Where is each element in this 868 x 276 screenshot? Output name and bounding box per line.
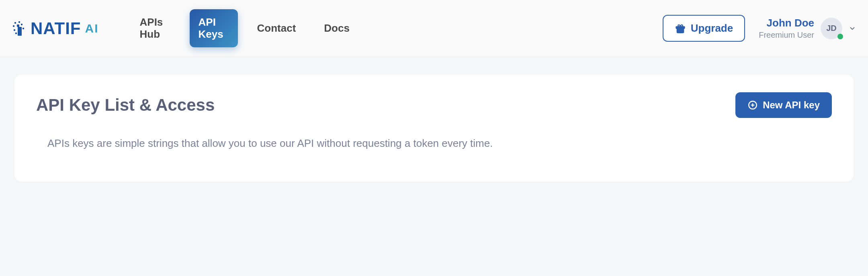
- logo-mark-icon: [12, 20, 28, 37]
- nav-label: Docs: [324, 22, 350, 34]
- svg-rect-2: [680, 26, 681, 32]
- app-header: NATIF AI APIs Hub API Keys Contact Docs …: [0, 0, 868, 57]
- primary-nav: APIs Hub API Keys Contact Docs: [131, 9, 358, 48]
- avatar-initials: JD: [826, 24, 837, 33]
- gift-icon: [675, 23, 686, 34]
- nav-item-contact[interactable]: Contact: [248, 15, 305, 42]
- avatar: JD: [821, 18, 842, 39]
- plus-circle-icon: [747, 100, 758, 110]
- status-online-icon: [837, 34, 843, 39]
- chevron-down-icon: [849, 25, 856, 32]
- page-title: API Key List & Access: [36, 95, 215, 115]
- nav-item-apis-hub[interactable]: APIs Hub: [131, 9, 179, 48]
- user-text: John Doe Freemium User: [759, 17, 814, 39]
- api-keys-card: API Key List & Access New API key APIs k…: [14, 75, 854, 182]
- user-role: Freemium User: [759, 30, 814, 39]
- nav-item-api-keys[interactable]: API Keys: [190, 9, 238, 48]
- user-menu[interactable]: John Doe Freemium User JD: [759, 17, 856, 39]
- logo-text-secondary: AI: [85, 22, 99, 35]
- card-header: API Key List & Access New API key: [36, 92, 832, 118]
- upgrade-button[interactable]: Upgrade: [663, 15, 745, 42]
- logo-text-primary: NATIF: [31, 19, 81, 38]
- user-name: John Doe: [759, 17, 814, 29]
- nav-label: API Keys: [199, 16, 223, 40]
- card-description: APIs keys are simple strings that allow …: [36, 137, 832, 150]
- header-right: Upgrade John Doe Freemium User JD: [663, 15, 856, 42]
- nav-label: APIs Hub: [140, 16, 163, 40]
- new-api-key-label: New API key: [763, 99, 820, 111]
- upgrade-label: Upgrade: [691, 22, 733, 34]
- new-api-key-button[interactable]: New API key: [735, 92, 832, 118]
- nav-label: Contact: [257, 22, 296, 34]
- main-content: API Key List & Access New API key APIs k…: [0, 57, 868, 199]
- logo[interactable]: NATIF AI: [12, 19, 99, 38]
- nav-item-docs[interactable]: Docs: [315, 15, 358, 42]
